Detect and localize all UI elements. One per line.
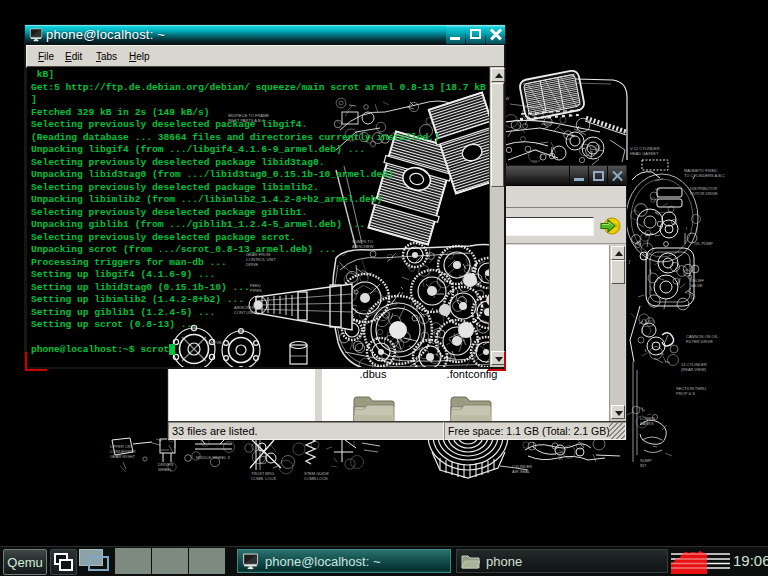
svg-text:TO CYLINDERS A,B,C: TO CYLINDERS A,B,C	[684, 173, 725, 178]
svg-text:MIDDLE WHEEL X: MIDDLE WHEEL X	[196, 455, 230, 460]
svg-text:GEAR RIGHT: GEAR RIGHT	[110, 454, 135, 459]
svg-text:AIR SEAL: AIR SEAL	[512, 469, 531, 474]
svg-text:FILTER DRIVE: FILTER DRIVE	[686, 339, 713, 344]
svg-text:VALVE: VALVE	[690, 283, 703, 288]
svg-text:WHEEL: WHEEL	[158, 467, 173, 472]
svg-text:ROTOR DRIVE: ROTOR DRIVE	[690, 191, 718, 196]
svg-text:PROP & S: PROP & S	[676, 391, 695, 396]
svg-text:HEAD GASKET: HEAD GASKET	[630, 151, 659, 156]
svg-text:COMB.LOCK: COMB.LOCK	[304, 476, 328, 481]
svg-text:INT: INT	[640, 463, 647, 468]
svg-text:(REAR VIEW): (REAR VIEW)	[681, 367, 707, 372]
svg-text:OIL PUMP: OIL PUMP	[694, 241, 713, 246]
svg-text:BANKS: BANKS	[640, 421, 654, 426]
svg-text:COMB. LOCK: COMB. LOCK	[251, 476, 276, 481]
